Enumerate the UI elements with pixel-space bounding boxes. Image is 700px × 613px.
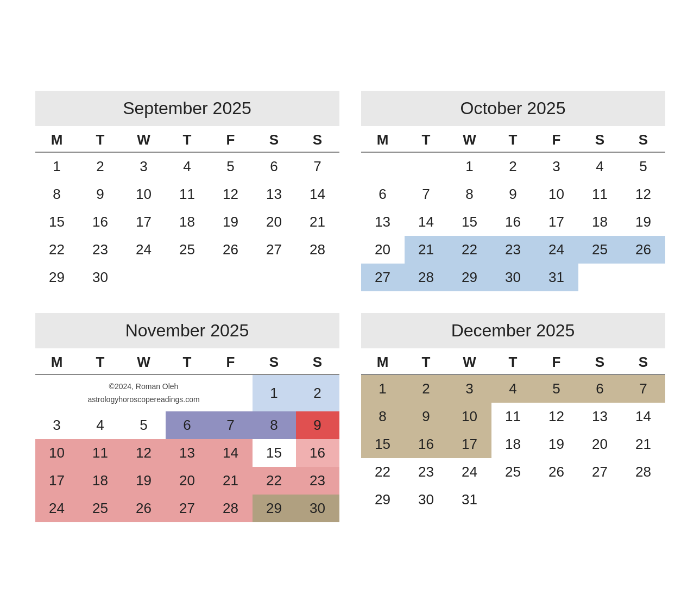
- table-cell: 26: [122, 495, 166, 522]
- october-calendar: October 2025 M T W T F S S 1 2: [361, 91, 665, 291]
- table-row: 29 30: [35, 264, 339, 291]
- table-cell: 3: [448, 374, 491, 403]
- table-cell: 2: [491, 152, 535, 180]
- table-cell: 13: [166, 439, 209, 467]
- table-cell: [253, 264, 296, 291]
- table-cell: 28: [622, 458, 665, 486]
- table-cell: 24: [448, 458, 491, 486]
- oct-day-wed: W: [448, 126, 491, 152]
- table-cell: 28: [296, 236, 339, 264]
- table-cell: 16: [296, 439, 339, 467]
- table-cell: 21: [296, 208, 339, 236]
- september-table: M T W T F S S 1 2 3 4 5 6 7: [35, 126, 339, 291]
- table-cell: 2: [296, 374, 339, 411]
- table-cell: 8: [361, 403, 405, 430]
- table-cell: 10: [122, 180, 166, 208]
- table-cell: 22: [448, 236, 491, 264]
- dec-day-wed: W: [448, 348, 491, 374]
- sep-day-thu: T: [166, 126, 209, 152]
- table-cell: 10: [35, 439, 79, 467]
- table-cell: 11: [578, 180, 622, 208]
- table-row: 3 4 5 6 7 8 9: [35, 411, 339, 439]
- table-cell: 15: [448, 208, 491, 236]
- table-cell: 17: [448, 430, 491, 458]
- table-cell: 25: [166, 236, 209, 264]
- table-cell: 17: [535, 208, 578, 236]
- table-cell: 12: [122, 439, 166, 467]
- table-cell: 14: [405, 208, 448, 236]
- table-cell: 31: [535, 264, 578, 291]
- table-cell: [578, 486, 622, 514]
- table-cell: 4: [578, 152, 622, 180]
- table-cell: 5: [535, 374, 578, 403]
- table-cell: 26: [535, 458, 578, 486]
- table-cell: 28: [209, 495, 253, 522]
- table-cell: 25: [578, 236, 622, 264]
- table-cell: 19: [209, 208, 253, 236]
- table-cell: 21: [622, 430, 665, 458]
- table-cell: 27: [361, 264, 405, 291]
- november-table: M T W T F S S ©2024, Roman Oleh astrolog…: [35, 348, 339, 522]
- table-cell: 6: [253, 152, 296, 180]
- table-cell: 27: [253, 236, 296, 264]
- table-cell: 22: [253, 467, 296, 495]
- table-cell: 5: [122, 411, 166, 439]
- table-cell: 1: [35, 152, 79, 180]
- table-cell: 7: [296, 152, 339, 180]
- table-cell: 29: [253, 495, 296, 522]
- nov-day-fri: F: [209, 348, 253, 374]
- table-cell: 12: [535, 403, 578, 430]
- table-row: 20 21 22 23 24 25 26: [361, 236, 665, 264]
- table-cell: 5: [209, 152, 253, 180]
- table-cell: 10: [448, 403, 491, 430]
- sep-day-tue: T: [79, 126, 122, 152]
- november-calendar: November 2025 M T W T F S S ©2024, Roman…: [35, 313, 339, 522]
- sep-day-wed: W: [122, 126, 166, 152]
- table-cell: 30: [79, 264, 122, 291]
- table-cell: 24: [35, 495, 79, 522]
- table-cell: 14: [622, 403, 665, 430]
- table-cell: 2: [405, 374, 448, 403]
- oct-day-mon: M: [361, 126, 405, 152]
- table-cell: 11: [166, 180, 209, 208]
- table-cell: [166, 264, 209, 291]
- table-cell: 23: [405, 458, 448, 486]
- nov-day-thu: T: [166, 348, 209, 374]
- table-cell: 28: [405, 264, 448, 291]
- table-cell: 1: [361, 374, 405, 403]
- september-title: September 2025: [35, 91, 339, 126]
- table-cell: 14: [209, 439, 253, 467]
- oct-day-sun: S: [622, 126, 665, 152]
- dec-day-sat: S: [578, 348, 622, 374]
- table-cell: 29: [448, 264, 491, 291]
- table-cell: [209, 264, 253, 291]
- dec-day-sun: S: [622, 348, 665, 374]
- table-cell: 3: [122, 152, 166, 180]
- table-cell: 9: [79, 180, 122, 208]
- table-cell: 3: [535, 152, 578, 180]
- nov-day-mon: M: [35, 348, 79, 374]
- table-cell: [622, 264, 665, 291]
- october-table: M T W T F S S 1 2 3 4 5: [361, 126, 665, 291]
- nov-day-wed: W: [122, 348, 166, 374]
- table-cell: 6: [166, 411, 209, 439]
- table-cell: [622, 486, 665, 514]
- copyright-cell: ©2024, Roman Oleh astrologyhoroscoperead…: [35, 374, 253, 411]
- table-cell: [578, 264, 622, 291]
- calendar-container: September 2025 M T W T F S S 1 2 3 4: [19, 74, 682, 539]
- table-cell: 8: [35, 180, 79, 208]
- oct-day-thu: T: [491, 126, 535, 152]
- table-cell: 30: [296, 495, 339, 522]
- table-row: 15 16 17 18 19 20 21: [35, 208, 339, 236]
- table-cell: 6: [361, 180, 405, 208]
- nov-day-tue: T: [79, 348, 122, 374]
- table-cell: 18: [491, 430, 535, 458]
- table-cell: 20: [578, 430, 622, 458]
- table-cell: 24: [122, 236, 166, 264]
- table-cell: 7: [622, 374, 665, 403]
- table-cell: 12: [622, 180, 665, 208]
- table-cell: 9: [296, 411, 339, 439]
- table-cell: 27: [578, 458, 622, 486]
- table-cell: 5: [622, 152, 665, 180]
- dec-day-mon: M: [361, 348, 405, 374]
